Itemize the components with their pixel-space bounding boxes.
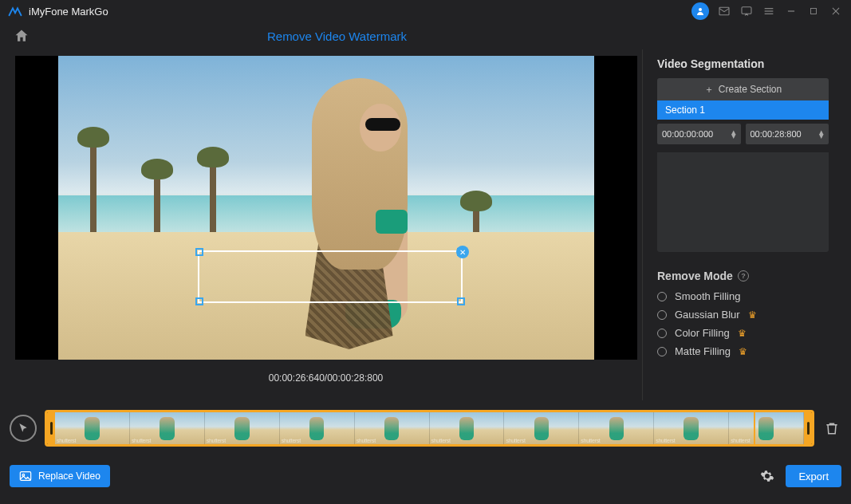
svg-point-0: [699, 8, 702, 11]
user-account-button[interactable]: [691, 2, 709, 20]
radio-icon: [657, 292, 667, 301]
clip-thumbnail: shutterst: [430, 412, 505, 444]
svg-rect-1: [719, 7, 729, 14]
remove-mode-label: Matte Filling: [675, 345, 731, 357]
playhead[interactable]: [754, 410, 755, 447]
home-button[interactable]: [13, 27, 30, 45]
resize-handle-icon[interactable]: [195, 248, 203, 256]
create-section-label: Create Section: [719, 84, 782, 95]
clip-trim-end-handle[interactable]: [804, 412, 812, 444]
delete-clip-button[interactable]: [822, 419, 841, 438]
clip-thumbnail: shutterst: [355, 412, 430, 444]
replace-video-button[interactable]: Replace Video: [10, 465, 110, 487]
radio-icon: [657, 310, 667, 320]
clip-thumbnail: shutterst: [205, 412, 280, 444]
remove-mode-label: Smooth Filling: [675, 290, 740, 302]
gear-icon: [760, 469, 774, 483]
radio-icon: [657, 347, 667, 356]
segmentation-title: Video Segmentation: [657, 57, 829, 70]
clip-thumbnail: shutterst: [55, 412, 130, 444]
remove-mode-option[interactable]: Gaussian Blur ♛: [657, 309, 829, 321]
title-bar: iMyFone MarkGo: [0, 0, 851, 22]
feedback-icon[interactable]: [739, 4, 754, 18]
clip-thumbnail: shutterst: [729, 412, 804, 444]
remove-mode-option[interactable]: Color Filling ♛: [657, 327, 829, 339]
sections-list-body: [657, 152, 829, 252]
clip-trim-start-handle[interactable]: [47, 412, 55, 444]
section-end-input[interactable]: 00:00:28:800 ▴▾: [746, 124, 829, 144]
page-title: Remove Video Watermark: [30, 30, 644, 43]
stepper-icon[interactable]: ▴▾: [819, 130, 824, 138]
timestamp-display: 00:00:26:640/00:00:28:800: [269, 372, 383, 384]
menu-icon[interactable]: [762, 4, 776, 18]
footer-bar: Replace Video Export: [0, 456, 851, 496]
maximize-button[interactable]: [806, 4, 821, 18]
section-start-value: 00:00:00:000: [662, 129, 713, 139]
mail-icon[interactable]: [717, 4, 731, 18]
minimize-button[interactable]: [784, 4, 798, 18]
remove-mode-option[interactable]: Matte Filling ♛: [657, 345, 829, 357]
section-item[interactable]: Section 1: [657, 100, 829, 120]
app-title: iMyFone MarkGo: [29, 6, 108, 18]
clip-thumbnail: shutterst: [280, 412, 355, 444]
selection-close-button[interactable]: ✕: [456, 246, 469, 258]
help-icon[interactable]: ?: [738, 270, 749, 282]
remove-mode-title: Remove Mode ?: [657, 270, 829, 282]
remove-mode-label: Color Filling: [675, 327, 730, 339]
svg-rect-2: [742, 7, 751, 14]
create-section-button[interactable]: ＋ Create Section: [657, 78, 829, 100]
video-frame-image: ✕: [58, 56, 594, 360]
timeline-cursor-button[interactable]: [10, 415, 37, 442]
app-logo-icon: [8, 6, 22, 17]
timeline-row: shutterst shutterst shutterst shutterst …: [0, 400, 851, 456]
right-panel: Video Segmentation ＋ Create Section Sect…: [642, 49, 843, 400]
premium-crown-icon: ♛: [738, 328, 747, 339]
section-name: Section 1: [665, 104, 705, 116]
premium-crown-icon: ♛: [748, 309, 757, 321]
svg-rect-7: [811, 9, 817, 14]
section-start-input[interactable]: 00:00:00:000 ▴▾: [657, 124, 741, 144]
stepper-icon[interactable]: ▴▾: [731, 130, 736, 138]
watermark-selection-box[interactable]: ✕: [198, 250, 463, 303]
remove-mode-list: Smooth Filling Gaussian Blur ♛ Color Fil…: [657, 290, 829, 357]
clip-strip[interactable]: shutterst shutterst shutterst shutterst …: [45, 410, 814, 447]
remove-mode-option[interactable]: Smooth Filling: [657, 290, 829, 302]
clip-thumbnail: shutterst: [579, 412, 654, 444]
video-preview[interactable]: ✕: [15, 56, 637, 360]
export-button[interactable]: Export: [786, 465, 841, 487]
clip-thumbnail: shutterst: [130, 412, 205, 444]
clip-thumbnail: shutterst: [654, 412, 729, 444]
header-strip: Remove Video Watermark: [0, 22, 851, 49]
plus-icon: ＋: [704, 83, 714, 96]
settings-button[interactable]: [758, 467, 776, 485]
resize-handle-icon[interactable]: [457, 297, 465, 305]
clip-thumbnail: shutterst: [504, 412, 579, 444]
replace-video-label: Replace Video: [38, 471, 100, 482]
remove-mode-label: Gaussian Blur: [675, 309, 740, 321]
radio-icon: [657, 329, 667, 338]
clip-thumbnails: shutterst shutterst shutterst shutterst …: [55, 412, 804, 444]
export-label: Export: [798, 471, 829, 482]
close-button[interactable]: [829, 4, 843, 18]
resize-handle-icon[interactable]: [195, 297, 203, 305]
image-icon: [19, 471, 32, 482]
premium-crown-icon: ♛: [739, 346, 747, 357]
section-end-value: 00:00:28:800: [751, 129, 802, 139]
